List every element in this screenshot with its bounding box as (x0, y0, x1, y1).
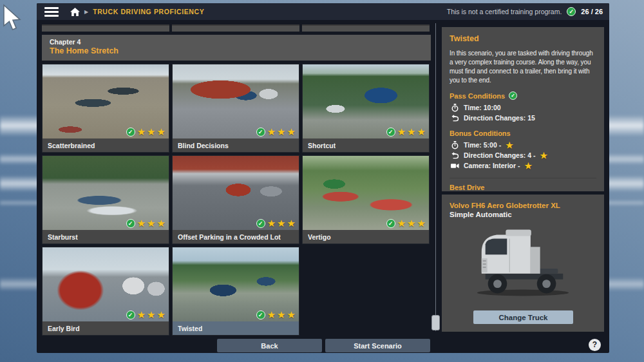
menu-icon[interactable] (44, 7, 59, 17)
truck-transmission: Simple Automatic (450, 211, 596, 218)
mouse-cursor-icon (1, 4, 27, 37)
star-icon: ★ (267, 127, 276, 137)
scenario-label-bar: Blind Decisions (173, 138, 299, 152)
star-icon: ★ (287, 310, 296, 319)
star-rating: ★★★ (137, 218, 166, 228)
chapter-title: The Home Stretch (50, 46, 423, 55)
bonus-condition-direction: Direction Changes: 4 - ★ (450, 150, 596, 160)
scenario-grid: ✓ ★★★ Scatterbrained ✓ ★★★ Blind Decisio… (42, 64, 431, 336)
scenario-details-panel: Twisted In this scenario, you are tasked… (442, 27, 604, 191)
scenario-badges: ✓ ★★★ (386, 127, 426, 137)
completed-check-icon: ✓ (256, 310, 265, 319)
completed-check-icon: ✓ (126, 128, 135, 137)
top-bar: ▶ TRUCK DRIVING PROFICIENCY This is not … (37, 3, 609, 20)
scenario-label-bar: Early Bird (43, 321, 169, 335)
help-button[interactable]: ? (589, 339, 601, 351)
breadcrumb-chevron-icon: ▶ (84, 9, 88, 15)
bonus-condition-time: Time: 5:00 - ★ (450, 140, 596, 150)
back-button[interactable]: Back (217, 339, 322, 352)
partial-tile[interactable] (302, 24, 430, 32)
stopwatch-icon (451, 104, 459, 112)
bonus-star-icon: ★ (540, 151, 547, 160)
pass-condition-time: Time: 10:00 (450, 102, 596, 113)
scenario-name: Twisted (178, 325, 202, 332)
scenario-badges: ✓ ★★★ (256, 218, 296, 228)
completed-check-icon: ✓ (256, 219, 265, 228)
best-drive-heading: Best Drive (450, 184, 484, 191)
star-rating: ★★★ (267, 127, 296, 137)
training-window: ▶ TRUCK DRIVING PROFICIENCY This is not … (37, 3, 609, 353)
star-icon: ★ (407, 127, 415, 137)
star-icon: ★ (137, 310, 146, 319)
scenario-tile[interactable]: ✓ ★★★ Vertigo (302, 155, 430, 244)
scenario-grid-area: Chapter 4 The Home Stretch ✓ ★★★ Scatter… (42, 24, 431, 336)
partial-tile[interactable] (42, 24, 169, 32)
pass-conditions-section: Pass Conditions ✓ Time: 10:00 Direction … (450, 91, 596, 123)
camera-icon (451, 163, 459, 169)
scenario-tile[interactable]: ✓ ★★★ Scatterbrained (42, 64, 169, 153)
previous-row-partial-tiles (42, 24, 431, 32)
star-rating: ★★★ (137, 310, 166, 319)
star-icon: ★ (397, 218, 406, 228)
truck-name: Volvo FH6 Aero Globetrotter XL (450, 202, 596, 209)
scenario-name: Offset Parking in a Crowded Lot (178, 233, 281, 241)
progress-check-icon: ✓ (567, 7, 576, 16)
start-scenario-button[interactable]: Start Scenario (325, 339, 430, 352)
scenario-tile[interactable]: ✓ ★★★ Offset Parking in a Crowded Lot (172, 155, 299, 244)
scenario-label-bar: Scatterbrained (43, 138, 169, 152)
scenario-tile[interactable]: ✓ ★★★ Starburst (42, 155, 169, 244)
grid-scrollbar-thumb[interactable] (431, 315, 440, 330)
star-icon: ★ (137, 218, 146, 228)
scenario-label-bar: Shortcut (303, 138, 429, 152)
star-rating: ★★★ (267, 218, 296, 228)
scenario-badges: ✓ ★★★ (386, 218, 426, 228)
chapter-label: Chapter 4 (50, 38, 423, 46)
star-icon: ★ (157, 310, 166, 319)
star-icon: ★ (397, 127, 406, 137)
scenario-description: In this scenario, you are tasked with dr… (450, 49, 596, 85)
scenario-tile[interactable]: ✓ ★★★ Early Bird (42, 247, 169, 336)
scenario-tile[interactable]: ✓ ★★★ Blind Decisions (172, 64, 299, 153)
star-rating: ★★★ (397, 218, 426, 228)
truck-panel: Volvo FH6 Aero Globetrotter XL Simple Au… (442, 195, 604, 332)
partial-tile[interactable] (172, 24, 299, 32)
change-truck-button[interactable]: Change Truck (473, 310, 573, 324)
bonus-star-icon: ★ (525, 162, 533, 170)
scenario-tile[interactable]: ✓ ★★★ Shortcut (302, 64, 430, 153)
bonus-conditions-section: Bonus Conditions Time: 5:00 - ★ Directio… (450, 129, 596, 171)
scenario-badges: ✓ ★★★ (256, 127, 296, 137)
home-icon[interactable] (70, 8, 80, 16)
star-icon: ★ (157, 127, 166, 137)
star-icon: ★ (267, 310, 276, 319)
star-icon: ★ (147, 127, 155, 137)
pass-check-icon: ✓ (509, 91, 517, 100)
pass-conditions-heading: Pass Conditions (450, 92, 505, 100)
scenario-detail-title: Twisted (450, 34, 596, 43)
scenario-badges: ✓ ★★★ (126, 218, 166, 228)
bonus-conditions-heading: Bonus Conditions (450, 129, 511, 137)
completed-check-icon: ✓ (126, 310, 135, 319)
star-icon: ★ (417, 127, 426, 137)
star-icon: ★ (137, 127, 146, 137)
chapter-header: Chapter 4 The Home Stretch (42, 35, 431, 61)
scenario-badges: ✓ ★★★ (126, 127, 166, 137)
bonus-condition-camera: Camera: Interior - ★ (450, 160, 596, 171)
direction-changes-icon (451, 152, 459, 159)
star-icon: ★ (287, 218, 296, 228)
scenario-tile[interactable]: ✓ ★★★ Twisted (172, 247, 299, 336)
completed-check-icon: ✓ (256, 128, 265, 137)
star-icon: ★ (147, 310, 155, 319)
bonus-star-icon: ★ (506, 141, 513, 149)
scenario-label-bar: Twisted (173, 321, 299, 335)
scenario-badges: ✓ ★★★ (126, 310, 166, 319)
disclaimer-text: This is not a certified training program… (447, 8, 562, 15)
scenario-name: Shortcut (308, 142, 336, 149)
grid-scrollbar-track[interactable] (435, 23, 436, 331)
star-icon: ★ (417, 218, 426, 228)
star-icon: ★ (277, 310, 285, 319)
pass-condition-direction: Direction Changes: 15 (450, 113, 596, 123)
star-icon: ★ (407, 218, 415, 228)
progress-count: 26 / 26 (581, 8, 603, 15)
scenario-name: Vertigo (308, 233, 331, 241)
truck-image (450, 227, 596, 300)
